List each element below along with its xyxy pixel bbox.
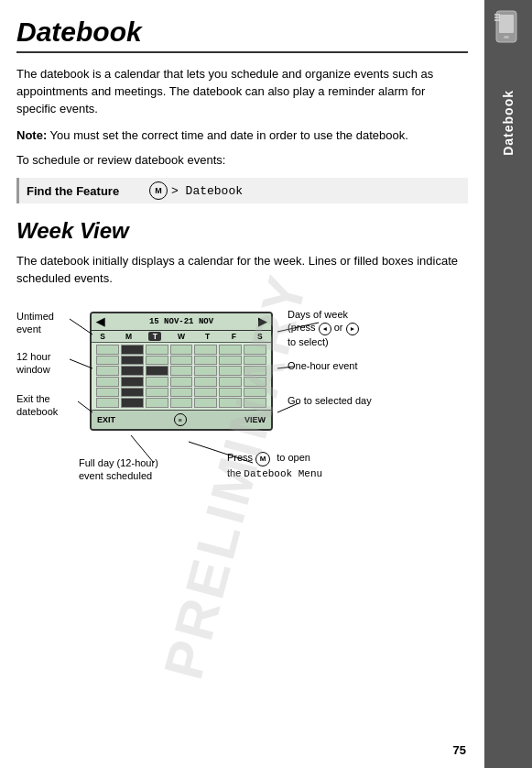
12hr-label: 12 hourwindow [16, 351, 50, 375]
annotation-exit: Exit thedatebook [16, 392, 77, 419]
cell-44 [194, 388, 217, 398]
cell-25 [146, 398, 168, 408]
cell-52 [219, 366, 242, 376]
day-s2: S [254, 332, 266, 341]
cell-40 [194, 345, 217, 355]
cell-20 [146, 345, 168, 355]
cell-24 [146, 388, 168, 398]
cell-64 [244, 388, 266, 398]
cell-43 [194, 377, 217, 387]
exit-label-ann: Exit thedatebook [16, 393, 58, 417]
cell-11 [121, 356, 144, 366]
menu-icon-ann: M [255, 452, 270, 466]
cell-53 [219, 377, 242, 387]
cell-21 [146, 356, 168, 366]
week-view-title: Week View [16, 218, 468, 244]
svg-rect-2 [504, 36, 509, 38]
phone-icon [491, 9, 526, 44]
grid-col-2 [146, 345, 168, 408]
cell-33 [170, 377, 193, 387]
datebook-menu-label: Datebook Menu [244, 468, 322, 479]
cell-12 [121, 366, 144, 376]
onehour-label: One-hour event [288, 360, 357, 371]
cell-02 [96, 366, 119, 376]
cell-15 [121, 398, 144, 408]
day-s1: S [96, 332, 109, 341]
grid-col-6 [244, 345, 266, 408]
view-label: VIEW [244, 415, 266, 424]
sidebar-label: Datebook [501, 90, 516, 156]
sidebar-tab: Datebook [484, 0, 532, 768]
annotation-press: Press M to openthe Datebook Menu [227, 451, 337, 481]
intro-body: The datebook is a calendar that lets you… [16, 66, 468, 118]
grid-col-4 [194, 345, 217, 408]
screen-mockup: ◀ 15 NOV-21 NOV ▶ S M T W T F S [90, 312, 273, 431]
schedule-text: To schedule or review datebook events: [16, 153, 468, 167]
svg-rect-1 [499, 15, 514, 33]
or-label: or [334, 322, 346, 333]
cell-62 [244, 366, 266, 376]
cell-34 [170, 388, 193, 398]
cell-63 [244, 377, 266, 387]
cell-10 [121, 345, 144, 355]
cell-55 [219, 398, 242, 408]
annotation-days: Days of week(press ◂ or ▸ to select) [288, 308, 388, 348]
screen-grid [92, 343, 271, 410]
exit-label: EXIT [97, 415, 115, 424]
diagram-container: ◀ 15 NOV-21 NOV ▶ S M T W T F S [16, 302, 468, 550]
cell-42 [194, 366, 217, 376]
goto-label: Go to selected day [288, 395, 372, 406]
day-t2: T [201, 332, 214, 341]
find-feature-row: Find the Feature M > Datebook [16, 178, 468, 203]
cell-05 [96, 398, 119, 408]
cell-60 [244, 345, 266, 355]
fullday-label: Full day (12-hour)event scheduled [79, 457, 158, 481]
press-label: Press [227, 452, 253, 463]
cell-01 [96, 356, 119, 366]
annotation-fullday: Full day (12-hour)event scheduled [79, 456, 179, 483]
main-content: Datebook The datebook is a calendar that… [0, 0, 484, 768]
feature-path: > Datebook [171, 184, 243, 198]
cell-45 [194, 398, 217, 408]
menu-icon: M [149, 181, 168, 200]
cell-23 [146, 377, 168, 387]
page-number: 75 [453, 743, 466, 757]
grid-col-3 [170, 345, 193, 408]
days-row: S M T W T F S [92, 331, 271, 343]
note-body: You must set the correct time and date i… [50, 128, 408, 142]
find-feature-label: Find the Feature [27, 184, 136, 198]
cell-14 [121, 388, 144, 398]
page-title: Datebook [16, 16, 468, 53]
cell-22 [146, 366, 168, 376]
cell-61 [244, 356, 266, 366]
note-label: Note: [16, 128, 47, 142]
left-arrow: ◀ [96, 315, 104, 328]
day-t-highlight: T [148, 332, 161, 341]
screen-footer: EXIT ≡ VIEW [92, 410, 271, 429]
day-w: W [175, 332, 188, 341]
grid-col-1 [121, 345, 144, 408]
annotation-12hr: 12 hourwindow [16, 350, 77, 377]
cell-41 [194, 356, 217, 366]
cell-32 [170, 366, 193, 376]
cell-50 [219, 345, 242, 355]
cell-51 [219, 356, 242, 366]
cell-04 [96, 388, 119, 398]
right-arrow: ▶ [258, 315, 266, 328]
cell-65 [244, 398, 266, 408]
cell-13 [121, 377, 144, 387]
day-m: M [123, 332, 136, 341]
cell-03 [96, 377, 119, 387]
cell-30 [170, 345, 193, 355]
day-f: F [227, 332, 240, 341]
to-select-label: to select) [288, 336, 329, 347]
cell-31 [170, 356, 193, 366]
grid-col-0 [96, 345, 119, 408]
annotation-onehour: One-hour event [288, 359, 388, 372]
annotation-goto: Go to selected day [288, 394, 379, 407]
grid-col-5 [219, 345, 242, 408]
untimed-label: Untimedevent [16, 311, 54, 335]
week-view-body: The datebook initially displays a calend… [16, 253, 468, 288]
cell-35 [170, 398, 193, 408]
circle-left-icon: ◂ [319, 323, 331, 335]
